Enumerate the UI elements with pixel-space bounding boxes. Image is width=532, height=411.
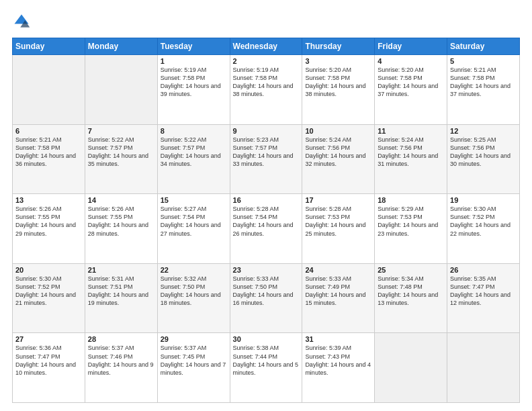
- calendar-cell: 8Sunrise: 5:22 AMSunset: 7:57 PMDaylight…: [157, 124, 230, 194]
- calendar-cell: [375, 333, 447, 403]
- logo: [12, 12, 34, 31]
- calendar-week-row: 13Sunrise: 5:26 AMSunset: 7:55 PMDayligh…: [13, 194, 520, 264]
- calendar-cell: 20Sunrise: 5:30 AMSunset: 7:52 PMDayligh…: [13, 263, 85, 333]
- cell-info: Sunrise: 5:36 AMSunset: 7:47 PMDaylight:…: [15, 345, 76, 375]
- cell-info: Sunrise: 5:31 AMSunset: 7:51 PMDaylight:…: [88, 275, 148, 306]
- calendar-cell: 5Sunrise: 5:21 AMSunset: 7:58 PMDaylight…: [447, 55, 520, 125]
- calendar-cell: 12Sunrise: 5:25 AMSunset: 7:56 PMDayligh…: [447, 124, 520, 194]
- day-number: 2: [233, 57, 300, 65]
- calendar-cell: 2Sunrise: 5:19 AMSunset: 7:58 PMDaylight…: [230, 55, 302, 125]
- cell-info: Sunrise: 5:30 AMSunset: 7:52 PMDaylight:…: [15, 275, 76, 306]
- calendar-cell: 29Sunrise: 5:37 AMSunset: 7:45 PMDayligh…: [157, 333, 230, 403]
- cell-info: Sunrise: 5:28 AMSunset: 7:54 PMDaylight:…: [233, 205, 294, 236]
- cell-info: Sunrise: 5:19 AMSunset: 7:58 PMDaylight:…: [233, 66, 294, 97]
- calendar-cell: 31Sunrise: 5:39 AMSunset: 7:43 PMDayligh…: [302, 333, 375, 403]
- cell-info: Sunrise: 5:35 AMSunset: 7:47 PMDaylight:…: [450, 275, 511, 306]
- cell-info: Sunrise: 5:21 AMSunset: 7:58 PMDaylight:…: [15, 136, 76, 167]
- header: [12, 12, 520, 31]
- day-number: 15: [161, 196, 227, 204]
- calendar-week-row: 20Sunrise: 5:30 AMSunset: 7:52 PMDayligh…: [13, 263, 520, 333]
- calendar-cell: 21Sunrise: 5:31 AMSunset: 7:51 PMDayligh…: [85, 263, 157, 333]
- day-number: 10: [305, 127, 371, 135]
- calendar-cell: 14Sunrise: 5:26 AMSunset: 7:55 PMDayligh…: [85, 194, 157, 264]
- day-number: 29: [161, 335, 227, 343]
- cell-info: Sunrise: 5:20 AMSunset: 7:58 PMDaylight:…: [305, 66, 365, 97]
- day-number: 12: [450, 127, 517, 135]
- cell-info: Sunrise: 5:26 AMSunset: 7:55 PMDaylight:…: [88, 205, 148, 236]
- day-number: 9: [233, 127, 300, 135]
- cell-info: Sunrise: 5:34 AMSunset: 7:48 PMDaylight:…: [378, 275, 438, 306]
- calendar-col-saturday: Saturday: [447, 38, 520, 55]
- calendar-col-friday: Friday: [375, 38, 447, 55]
- day-number: 5: [450, 57, 517, 65]
- calendar-cell: 10Sunrise: 5:24 AMSunset: 7:56 PMDayligh…: [302, 124, 375, 194]
- cell-info: Sunrise: 5:28 AMSunset: 7:53 PMDaylight:…: [305, 205, 365, 236]
- cell-info: Sunrise: 5:25 AMSunset: 7:56 PMDaylight:…: [450, 136, 511, 167]
- calendar-week-row: 1Sunrise: 5:19 AMSunset: 7:58 PMDaylight…: [13, 55, 520, 125]
- day-number: 13: [15, 196, 82, 204]
- calendar-cell: 26Sunrise: 5:35 AMSunset: 7:47 PMDayligh…: [447, 263, 520, 333]
- day-number: 17: [305, 196, 371, 204]
- calendar-header-row: SundayMondayTuesdayWednesdayThursdayFrid…: [13, 38, 520, 55]
- day-number: 11: [378, 127, 444, 135]
- calendar-cell: 28Sunrise: 5:37 AMSunset: 7:46 PMDayligh…: [85, 333, 157, 403]
- day-number: 24: [305, 266, 371, 274]
- calendar-cell: 15Sunrise: 5:27 AMSunset: 7:54 PMDayligh…: [157, 194, 230, 264]
- calendar-cell: [13, 55, 85, 125]
- day-number: 23: [233, 266, 300, 274]
- day-number: 7: [88, 127, 154, 135]
- cell-info: Sunrise: 5:38 AMSunset: 7:44 PMDaylight:…: [233, 345, 299, 375]
- cell-info: Sunrise: 5:24 AMSunset: 7:56 PMDaylight:…: [305, 136, 365, 167]
- day-number: 26: [450, 266, 517, 274]
- calendar-cell: 19Sunrise: 5:30 AMSunset: 7:52 PMDayligh…: [447, 194, 520, 264]
- cell-info: Sunrise: 5:26 AMSunset: 7:55 PMDaylight:…: [15, 205, 76, 236]
- cell-info: Sunrise: 5:37 AMSunset: 7:45 PMDaylight:…: [161, 345, 226, 375]
- day-number: 3: [305, 57, 371, 65]
- calendar-cell: 17Sunrise: 5:28 AMSunset: 7:53 PMDayligh…: [302, 194, 375, 264]
- calendar-cell: 13Sunrise: 5:26 AMSunset: 7:55 PMDayligh…: [13, 194, 85, 264]
- day-number: 8: [161, 127, 227, 135]
- calendar-col-monday: Monday: [85, 38, 157, 55]
- calendar-cell: [447, 333, 520, 403]
- cell-info: Sunrise: 5:22 AMSunset: 7:57 PMDaylight:…: [161, 136, 221, 167]
- calendar-col-thursday: Thursday: [302, 38, 375, 55]
- calendar-week-row: 6Sunrise: 5:21 AMSunset: 7:58 PMDaylight…: [13, 124, 520, 194]
- day-number: 6: [15, 127, 82, 135]
- page: SundayMondayTuesdayWednesdayThursdayFrid…: [0, 0, 532, 411]
- calendar-cell: [85, 55, 157, 125]
- cell-info: Sunrise: 5:24 AMSunset: 7:56 PMDaylight:…: [378, 136, 438, 167]
- cell-info: Sunrise: 5:30 AMSunset: 7:52 PMDaylight:…: [450, 205, 511, 236]
- calendar-cell: 30Sunrise: 5:38 AMSunset: 7:44 PMDayligh…: [230, 333, 302, 403]
- calendar-cell: 25Sunrise: 5:34 AMSunset: 7:48 PMDayligh…: [375, 263, 447, 333]
- calendar-cell: 4Sunrise: 5:20 AMSunset: 7:58 PMDaylight…: [375, 55, 447, 125]
- cell-info: Sunrise: 5:21 AMSunset: 7:58 PMDaylight:…: [450, 66, 511, 97]
- cell-info: Sunrise: 5:20 AMSunset: 7:58 PMDaylight:…: [378, 66, 438, 97]
- day-number: 25: [378, 266, 444, 274]
- day-number: 21: [88, 266, 154, 274]
- day-number: 14: [88, 196, 154, 204]
- cell-info: Sunrise: 5:33 AMSunset: 7:49 PMDaylight:…: [305, 275, 365, 306]
- cell-info: Sunrise: 5:33 AMSunset: 7:50 PMDaylight:…: [233, 275, 294, 306]
- day-number: 30: [233, 335, 300, 343]
- calendar-cell: 18Sunrise: 5:29 AMSunset: 7:53 PMDayligh…: [375, 194, 447, 264]
- calendar-cell: 23Sunrise: 5:33 AMSunset: 7:50 PMDayligh…: [230, 263, 302, 333]
- cell-info: Sunrise: 5:23 AMSunset: 7:57 PMDaylight:…: [233, 136, 294, 167]
- calendar-col-wednesday: Wednesday: [230, 38, 302, 55]
- cell-info: Sunrise: 5:39 AMSunset: 7:43 PMDaylight:…: [305, 345, 371, 375]
- cell-info: Sunrise: 5:37 AMSunset: 7:46 PMDaylight:…: [88, 345, 154, 375]
- day-number: 19: [450, 196, 517, 204]
- calendar-cell: 11Sunrise: 5:24 AMSunset: 7:56 PMDayligh…: [375, 124, 447, 194]
- day-number: 16: [233, 196, 300, 204]
- calendar-col-sunday: Sunday: [13, 38, 85, 55]
- calendar-col-tuesday: Tuesday: [157, 38, 230, 55]
- day-number: 22: [161, 266, 227, 274]
- cell-info: Sunrise: 5:32 AMSunset: 7:50 PMDaylight:…: [161, 275, 221, 306]
- day-number: 18: [378, 196, 444, 204]
- calendar-cell: 6Sunrise: 5:21 AMSunset: 7:58 PMDaylight…: [13, 124, 85, 194]
- cell-info: Sunrise: 5:22 AMSunset: 7:57 PMDaylight:…: [88, 136, 148, 167]
- calendar-cell: 16Sunrise: 5:28 AMSunset: 7:54 PMDayligh…: [230, 194, 302, 264]
- calendar-cell: 9Sunrise: 5:23 AMSunset: 7:57 PMDaylight…: [230, 124, 302, 194]
- cell-info: Sunrise: 5:27 AMSunset: 7:54 PMDaylight:…: [161, 205, 221, 236]
- calendar-cell: 1Sunrise: 5:19 AMSunset: 7:58 PMDaylight…: [157, 55, 230, 125]
- day-number: 27: [15, 335, 82, 343]
